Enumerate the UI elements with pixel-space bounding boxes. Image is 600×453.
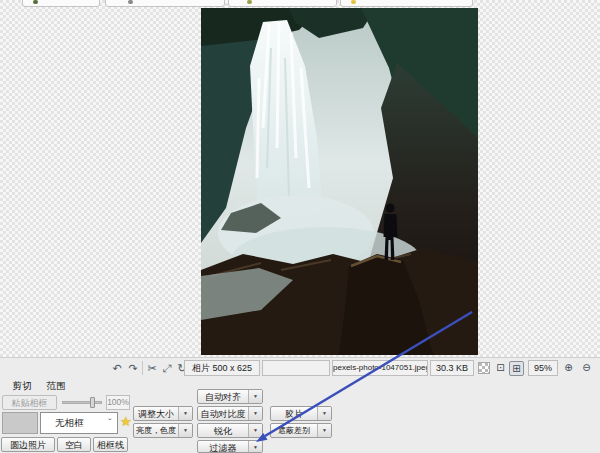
zoom-in-button[interactable]: ⊕ [561, 361, 576, 376]
chevron-down-icon: ˇ [103, 418, 117, 429]
tool-icon [33, 0, 38, 4]
caret-down-icon[interactable]: ▼ [248, 441, 262, 452]
filter-label: 过滤器 [198, 441, 248, 452]
paste-frame-button[interactable]: 粘贴相框 [2, 395, 57, 410]
frame-preview-swatch [2, 412, 38, 434]
caret-down-icon[interactable]: ▼ [178, 424, 192, 437]
zoom-level-value: 95% [528, 360, 558, 376]
mask-difference-button[interactable]: 遮蔽差别 ▼ [270, 423, 332, 438]
round-edge-photo-button[interactable]: 圆边照片 [1, 437, 55, 452]
caret-down-icon[interactable]: ▼ [248, 407, 262, 420]
top-toolbar-fragment[interactable] [22, 0, 100, 7]
top-toolbar-fragment[interactable] [105, 0, 225, 7]
auto-contrast-label: 自动对比度 [198, 407, 248, 420]
photo-editor-window: ↶ ↷ ✂ ⤢ ↻ 相片 500 x 625 pexels-photo-1047… [0, 0, 600, 453]
frame-scale-value[interactable]: 100% [106, 395, 130, 410]
top-toolbar-fragment[interactable] [340, 0, 473, 7]
film-button[interactable]: 胶片 ▼ [270, 406, 332, 421]
auto-align-label: 自动对齐 [198, 390, 248, 403]
caret-down-icon[interactable]: ▼ [317, 407, 331, 420]
editor-canvas [0, 0, 600, 357]
favorite-star-icon[interactable]: ★ [120, 415, 132, 428]
resize-icon[interactable]: ⤢ [160, 360, 174, 376]
tool-icon [351, 0, 356, 4]
undo-icon[interactable]: ↶ [110, 360, 124, 376]
sharpen-button[interactable]: 锐化 ▼ [197, 423, 263, 438]
caret-down-icon[interactable]: ▼ [178, 407, 192, 420]
frame-select-value: 无相框 [41, 417, 103, 430]
divider [142, 361, 143, 375]
status-box-empty [262, 360, 330, 376]
slider-handle[interactable] [90, 397, 95, 408]
blank-label: 空白 [58, 438, 90, 451]
crop-icon[interactable]: ✂ [145, 360, 159, 376]
frame-line-label: 相框线 [94, 438, 127, 451]
blank-button[interactable]: 空白 [57, 437, 91, 452]
mask-difference-label: 遮蔽差别 [271, 424, 317, 437]
film-label: 胶片 [271, 407, 317, 420]
sharpen-label: 锐化 [198, 424, 248, 437]
round-edge-label: 圆边照片 [2, 438, 54, 451]
frame-line-button[interactable]: 相框线 [93, 437, 128, 452]
caret-down-icon[interactable]: ▼ [248, 390, 262, 403]
tool-icon [247, 0, 252, 4]
resize-button[interactable]: 调整大小 ▼ [133, 406, 193, 421]
tab-crop[interactable]: 剪切 [6, 379, 38, 393]
redo-icon[interactable]: ↷ [126, 360, 140, 376]
status-bar: ↶ ↷ ✂ ⤢ ↻ 相片 500 x 625 pexels-photo-1047… [0, 357, 600, 378]
filename-label: pexels-photo-1047051.jpeg [332, 360, 428, 376]
zoom-fit-button[interactable]: ⊞ [509, 361, 524, 376]
brightness-color-label: 亮度，色度 [134, 424, 178, 437]
auto-contrast-button[interactable]: 自动对比度 ▼ [197, 406, 263, 421]
photo-dimensions-label: 相片 500 x 625 [184, 360, 260, 376]
tool-icon [128, 0, 133, 4]
paste-frame-label: 粘贴相框 [3, 396, 56, 409]
photo-waterfall [201, 8, 478, 355]
caret-down-icon[interactable]: ▼ [248, 424, 262, 437]
filesize-label: 30.3 KB [430, 360, 474, 376]
filter-button[interactable]: 过滤器 ▼ [197, 440, 263, 453]
auto-align-button[interactable]: 自动对齐 ▼ [197, 389, 263, 404]
caret-down-icon[interactable]: ▼ [317, 424, 331, 437]
bottom-tool-panel: 剪切 范围 粘贴相框 100% 无相框 ˇ ★ 圆边照片 空白 相框线 自动对齐 [0, 378, 600, 453]
brightness-color-button[interactable]: 亮度，色度 ▼ [133, 423, 193, 438]
resize-label: 调整大小 [134, 407, 178, 420]
zoom-actual-size-button[interactable]: ⊡ [493, 361, 508, 376]
frame-select-dropdown[interactable]: 无相框 ˇ [40, 412, 118, 434]
zoom-out-button[interactable]: ⊖ [579, 361, 594, 376]
frame-scale-slider[interactable] [62, 401, 102, 404]
top-toolbar-fragment[interactable] [228, 0, 337, 7]
transparency-icon[interactable] [478, 362, 490, 374]
tab-range[interactable]: 范围 [40, 379, 72, 393]
